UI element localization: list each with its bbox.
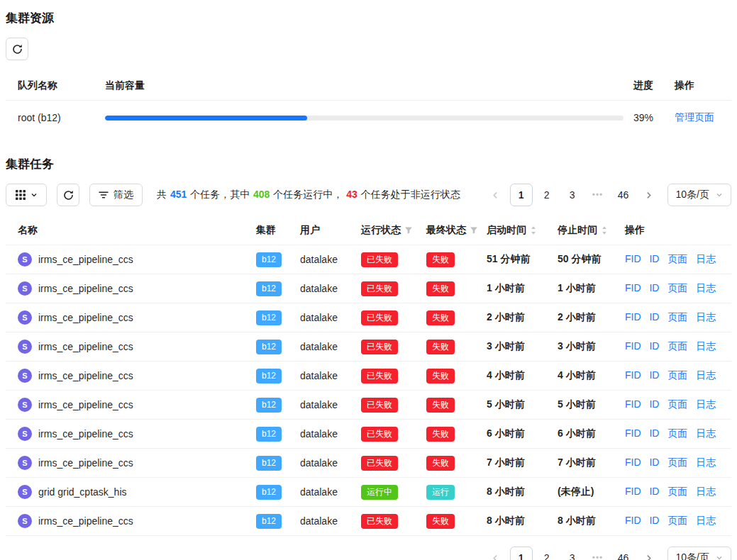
final-status-badge: 失败 xyxy=(426,252,455,267)
pagination-page-3[interactable]: 3 xyxy=(561,547,584,560)
pagination-prev-button[interactable] xyxy=(484,547,507,560)
pagination-prev-button[interactable] xyxy=(484,184,507,206)
pagination-page-3[interactable]: 3 xyxy=(561,184,584,206)
start-time-column-header[interactable]: 启动时间 xyxy=(487,224,537,237)
id-link[interactable]: ID xyxy=(649,515,659,526)
log-link[interactable]: 日志 xyxy=(696,398,716,410)
pagination-page-1[interactable]: 1 xyxy=(510,547,533,560)
page-link[interactable]: 页面 xyxy=(667,515,687,526)
table-row: S irms_ce_pipeline_ccs b12 datalake 已失败 … xyxy=(6,507,731,536)
resources-refresh-button[interactable] xyxy=(6,38,28,60)
id-link[interactable]: ID xyxy=(649,427,659,439)
page-link[interactable]: 页面 xyxy=(667,282,687,293)
id-link[interactable]: ID xyxy=(649,457,659,468)
pagination-ellipsis[interactable]: ••• xyxy=(587,184,609,206)
filter-button-label: 筛选 xyxy=(113,189,133,201)
sorter-icon[interactable] xyxy=(601,225,608,235)
run-status-badge: 已失败 xyxy=(361,340,398,354)
page-link[interactable]: 页面 xyxy=(667,253,687,264)
id-link[interactable]: ID xyxy=(649,340,659,352)
stop-time: 3 小时前 xyxy=(552,340,619,353)
id-link[interactable]: ID xyxy=(649,369,659,381)
cluster-badge: b12 xyxy=(256,281,282,296)
id-link[interactable]: ID xyxy=(649,398,659,410)
fid-link[interactable]: FID xyxy=(625,253,641,264)
task-user: datalake xyxy=(294,428,355,439)
spark-avatar: S xyxy=(18,281,32,296)
page-link[interactable]: 页面 xyxy=(667,427,687,439)
tasks-refresh-button[interactable] xyxy=(57,184,79,206)
final-status-column-header[interactable]: 最终状态 xyxy=(426,224,478,237)
page-link[interactable]: 页面 xyxy=(667,311,687,323)
tasks-table-header: 名称 集群 用户 运行状态 最终状态 启动时间 xyxy=(6,216,731,245)
fid-link[interactable]: FID xyxy=(625,340,641,352)
filter-funnel-icon[interactable] xyxy=(470,226,478,235)
pagination-page-2[interactable]: 2 xyxy=(536,547,558,560)
cluster-column-header: 集群 xyxy=(250,224,294,237)
fid-link[interactable]: FID xyxy=(625,457,641,468)
chevron-left-icon xyxy=(492,554,499,560)
task-name: irms_ce_pipeline_ccs xyxy=(38,457,133,469)
summary-text: 个任务运行中， xyxy=(270,189,343,200)
final-status-badge: 失败 xyxy=(426,456,455,471)
actions-column-header: 操作 xyxy=(619,224,731,237)
manage-page-link[interactable]: 管理页面 xyxy=(675,111,714,123)
page-link[interactable]: 页面 xyxy=(667,340,687,352)
log-link[interactable]: 日志 xyxy=(696,427,716,439)
pagination-page-1[interactable]: 1 xyxy=(510,184,533,206)
log-link[interactable]: 日志 xyxy=(696,340,716,352)
stop-time-header-label: 停止时间 xyxy=(558,224,597,237)
final-status-badge: 失败 xyxy=(426,514,455,529)
column-settings-button[interactable] xyxy=(6,184,47,206)
log-link[interactable]: 日志 xyxy=(696,282,716,293)
run-status-badge: 已失败 xyxy=(361,514,398,529)
log-link[interactable]: 日志 xyxy=(696,311,716,323)
queue-capacity-progress-fill xyxy=(105,116,307,121)
id-link[interactable]: ID xyxy=(649,486,659,497)
filter-button[interactable]: 筛选 xyxy=(89,184,143,206)
page-size-select[interactable]: 10条/页 xyxy=(667,184,731,206)
log-link[interactable]: 日志 xyxy=(696,253,716,264)
run-status-badge: 已失败 xyxy=(361,281,398,296)
summary-text: 个任务处于非运行状态 xyxy=(358,189,460,200)
stop-time: 7 小时前 xyxy=(552,457,619,469)
log-link[interactable]: 日志 xyxy=(696,369,716,381)
page-link[interactable]: 页面 xyxy=(667,457,687,468)
fid-link[interactable]: FID xyxy=(625,398,641,410)
fid-link[interactable]: FID xyxy=(625,515,641,526)
log-link[interactable]: 日志 xyxy=(696,486,716,497)
pagination-page-46[interactable]: 46 xyxy=(612,184,635,206)
id-link[interactable]: ID xyxy=(649,253,659,264)
filter-funnel-icon[interactable] xyxy=(404,226,413,235)
fid-link[interactable]: FID xyxy=(625,427,641,439)
pagination-ellipsis[interactable]: ••• xyxy=(587,547,609,560)
log-link[interactable]: 日志 xyxy=(696,515,716,526)
log-link[interactable]: 日志 xyxy=(696,457,716,468)
id-link[interactable]: ID xyxy=(649,282,659,293)
stop-time-column-header[interactable]: 停止时间 xyxy=(558,224,608,237)
fid-link[interactable]: FID xyxy=(625,486,641,497)
page-link[interactable]: 页面 xyxy=(667,486,687,497)
chevron-down-icon xyxy=(716,554,723,560)
run-status-column-header[interactable]: 运行状态 xyxy=(361,224,413,237)
run-status-badge: 已失败 xyxy=(361,310,398,325)
page-link[interactable]: 页面 xyxy=(667,369,687,381)
id-link[interactable]: ID xyxy=(649,311,659,323)
final-status-badge: 失败 xyxy=(426,281,455,296)
page-link[interactable]: 页面 xyxy=(667,398,687,410)
pagination-next-button[interactable] xyxy=(638,547,660,560)
sorter-icon[interactable] xyxy=(530,225,537,235)
queue-name-header: 队列名称 xyxy=(6,79,105,92)
resources-table: 队列名称 当前容量 进度 操作 root (b12) 39% 管理页面 xyxy=(6,72,731,135)
final-status-badge: 失败 xyxy=(426,369,455,383)
pagination-page-46[interactable]: 46 xyxy=(612,547,635,560)
fid-link[interactable]: FID xyxy=(625,311,641,323)
task-name: irms_ce_pipeline_ccs xyxy=(38,312,133,323)
pagination-next-button[interactable] xyxy=(638,184,660,206)
pagination-page-2[interactable]: 2 xyxy=(536,184,558,206)
page-size-select[interactable]: 10条/页 xyxy=(667,547,731,560)
spark-avatar: S xyxy=(18,252,32,267)
fid-link[interactable]: FID xyxy=(625,369,641,381)
bottom-pagination-bar: 1 2 3 ••• 46 10条/页 xyxy=(6,547,731,560)
fid-link[interactable]: FID xyxy=(625,282,641,293)
